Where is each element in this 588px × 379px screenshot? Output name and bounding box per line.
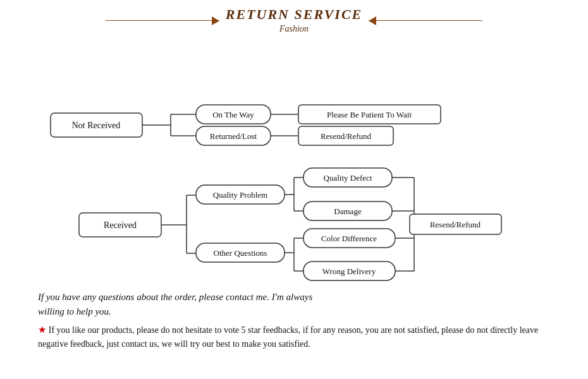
quality-problem-label: Quality Problem [213, 190, 267, 200]
damage-label: Damage [334, 207, 362, 216]
wrong-delivery-label: Wrong Delivery [322, 267, 376, 276]
returned-lost-label: Returned/Lost [210, 131, 257, 141]
header: RETURN SERVICE Fashion [0, 0, 588, 34]
sub-title: Fashion [226, 24, 363, 34]
flow-diagram: Not Received On The Way Returned/Lost Pl… [0, 37, 588, 290]
diagram-area: Not Received On The Way Returned/Lost Pl… [0, 37, 588, 290]
received-label: Received [104, 220, 137, 230]
quality-defect-label: Quality Defect [324, 173, 372, 183]
bottom-text: If you have any questions about the orde… [0, 290, 588, 352]
italic-line1: If you have any questions about the orde… [38, 292, 312, 302]
resend-refund-2-label: Resend/Refund [430, 220, 481, 229]
italic-message: If you have any questions about the orde… [38, 290, 550, 318]
color-difference-label: Color Difference [321, 234, 377, 243]
title-block: RETURN SERVICE Fashion [219, 6, 369, 34]
star-icon: ★ [38, 325, 49, 335]
please-wait-label: Please Be Patient To Wait [327, 110, 412, 119]
other-questions-label: Other Questions [214, 248, 267, 258]
italic-line2: willing to help you. [38, 306, 111, 316]
left-line [106, 20, 219, 21]
not-received-label: Not Received [72, 121, 121, 130]
feedback-message: ★ If you like our products, please do no… [38, 322, 550, 352]
right-line [369, 20, 482, 21]
on-the-way-label: On The Way [212, 110, 254, 119]
feedback-text: If you like our products, please do not … [38, 325, 538, 349]
main-title: RETURN SERVICE [226, 6, 363, 23]
header-decoration: RETURN SERVICE Fashion [0, 6, 588, 34]
resend-refund-1-label: Resend/Refund [321, 131, 372, 141]
